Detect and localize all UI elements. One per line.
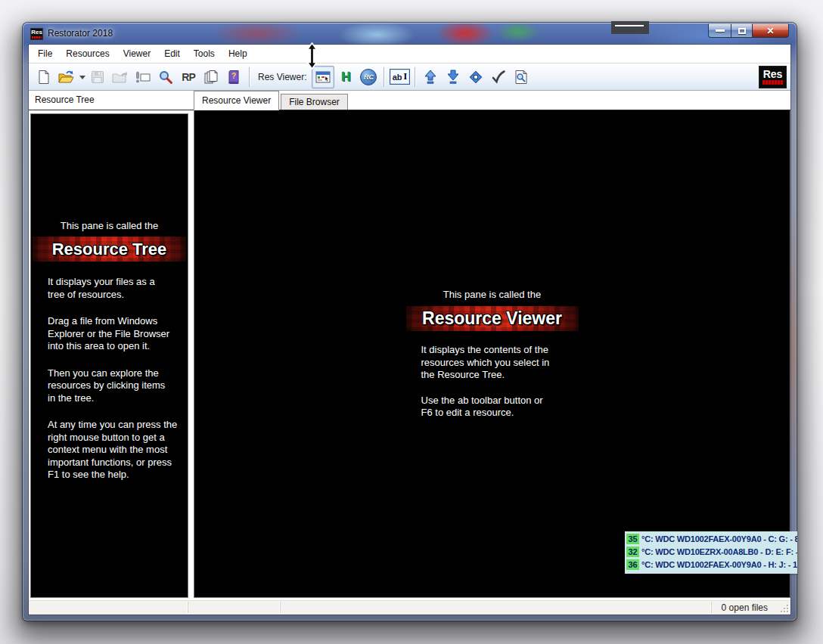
resource-tree-pane-wrap: This pane is called the Resource Tree It… bbox=[29, 110, 188, 599]
drive-temp-label: °C: WDC WD1002FAEX-00Y9A0 - C: G: - 8 bbox=[641, 534, 797, 543]
assign-icon bbox=[135, 70, 151, 85]
view-file-button[interactable] bbox=[510, 66, 533, 88]
temp-row: 32 °C: WDC WD10EZRX-00A8LB0 - D: E: F: - bbox=[625, 545, 797, 558]
restorator-logo: Res bbox=[759, 66, 787, 88]
previous-resource-button[interactable] bbox=[419, 66, 442, 88]
duplicate-button[interactable] bbox=[200, 66, 222, 88]
temp-value-badge: 35 bbox=[626, 534, 639, 544]
resource-viewer-pane-wrap: This pane is called the Resource Viewer … bbox=[194, 110, 790, 599]
minimize-line-icon bbox=[615, 25, 644, 26]
save-icon bbox=[90, 70, 105, 85]
extract-folder-icon bbox=[112, 70, 129, 85]
edit-resource-button[interactable]: abI bbox=[388, 66, 411, 88]
app-icon-red-bar bbox=[32, 36, 42, 39]
close-icon: ✕ bbox=[766, 26, 774, 36]
menu-edit[interactable]: Edit bbox=[157, 46, 187, 61]
close-button[interactable]: ✕ bbox=[753, 23, 789, 38]
svg-text:?: ? bbox=[231, 72, 236, 80]
logo-red-bar bbox=[762, 80, 783, 85]
client-area: File Resources Viewer Edit Tools Help bbox=[29, 45, 790, 615]
viewer-paragraph-1: It displays the contents of the resource… bbox=[421, 344, 579, 382]
tree-paragraph-1: It displays your files as a tree of reso… bbox=[48, 276, 182, 301]
content-area: This pane is called the Resource Tree It… bbox=[29, 110, 790, 599]
next-resource-button[interactable] bbox=[442, 66, 464, 88]
tree-intro-text: This pane is called the bbox=[31, 220, 188, 231]
rc-viewer-icon: RC bbox=[360, 69, 377, 85]
resource-viewer-banner: Resource Viewer bbox=[406, 306, 579, 331]
diamond-icon bbox=[468, 70, 483, 85]
resource-patcher-button[interactable]: RP bbox=[177, 66, 200, 88]
tab-resource-viewer[interactable]: Resource Viewer bbox=[194, 91, 279, 110]
file-preview-icon bbox=[514, 70, 529, 85]
help-book-icon: ? bbox=[226, 70, 241, 85]
drive-temp-label: °C: WDC WD10EZRX-00A8LB0 - D: E: F: - bbox=[641, 547, 797, 556]
status-separator bbox=[280, 602, 281, 613]
assign-button[interactable] bbox=[132, 66, 154, 88]
tree-paragraph-4: At any time you can press the right mous… bbox=[48, 419, 182, 481]
apply-button[interactable] bbox=[487, 66, 510, 88]
toolbar-separator bbox=[249, 67, 250, 87]
open-dropdown-caret[interactable] bbox=[78, 66, 86, 88]
new-file-button[interactable] bbox=[33, 66, 55, 88]
navigate-button[interactable] bbox=[464, 66, 487, 88]
status-separator bbox=[711, 602, 712, 613]
pages-icon bbox=[203, 70, 219, 85]
app-icon-text: Res bbox=[31, 29, 42, 36]
status-bar: 0 open files bbox=[29, 599, 790, 615]
drive-temp-label: °C: WDC WD1002FAEX-00Y9A0 - H: J: - 1 bbox=[641, 560, 797, 569]
save-button[interactable] bbox=[86, 66, 109, 88]
resize-grip[interactable] bbox=[779, 603, 789, 613]
hex-viewer-icon: H bbox=[341, 70, 350, 85]
background-window-fragment bbox=[611, 21, 649, 34]
temp-row: 35 °C: WDC WD1002FAEX-00Y9A0 - C: G: - 8 bbox=[625, 532, 797, 545]
resource-tree-banner: Resource Tree bbox=[33, 237, 186, 262]
title-bar[interactable]: Res Restorator 2018 ✕ bbox=[23, 23, 797, 45]
menu-bar: File Resources Viewer Edit Tools Help bbox=[29, 45, 790, 63]
menu-help[interactable]: Help bbox=[222, 46, 254, 61]
resource-tree-pane[interactable]: This pane is called the Resource Tree It… bbox=[30, 113, 188, 598]
viewer-paragraph-2: Use the ab toolbar button or F6 to edit … bbox=[421, 395, 579, 420]
temp-value-badge: 36 bbox=[626, 559, 639, 570]
pane-header-row: Resource Tree Resource Viewer File Brows… bbox=[29, 91, 790, 110]
resource-tree-header: Resource Tree bbox=[29, 91, 188, 110]
rc-viewer-button[interactable]: RC bbox=[357, 66, 380, 88]
magnifier-icon bbox=[158, 70, 173, 85]
menu-resources[interactable]: Resources bbox=[59, 46, 116, 61]
checkmark-icon bbox=[491, 70, 506, 85]
temp-row: 36 °C: WDC WD1002FAEX-00Y9A0 - H: J: - 1 bbox=[625, 558, 797, 571]
menu-file[interactable]: File bbox=[31, 46, 59, 61]
toolbar-separator bbox=[384, 67, 384, 87]
open-file-button[interactable] bbox=[55, 66, 78, 88]
tab-file-browser[interactable]: File Browser bbox=[281, 94, 348, 110]
logo-text: Res bbox=[763, 70, 783, 79]
menu-viewer[interactable]: Viewer bbox=[116, 46, 157, 61]
caption-buttons: ✕ bbox=[708, 23, 789, 38]
menu-tools[interactable]: Tools bbox=[187, 46, 222, 61]
maximize-icon bbox=[738, 28, 746, 34]
pane-splitter[interactable] bbox=[188, 110, 194, 599]
hex-viewer-button[interactable]: H bbox=[334, 66, 357, 88]
dialog-viewer-icon bbox=[315, 70, 331, 85]
help-button[interactable]: ? bbox=[222, 66, 245, 88]
toolbar-separator bbox=[415, 67, 415, 87]
minimize-button[interactable] bbox=[708, 23, 731, 38]
tree-paragraph-3: Then you can explore the resources by cl… bbox=[48, 367, 182, 405]
rp-icon: RP bbox=[182, 71, 194, 83]
maximize-button[interactable] bbox=[731, 23, 753, 38]
down-arrow-icon bbox=[446, 70, 461, 85]
status-separator bbox=[188, 602, 188, 613]
extract-button[interactable] bbox=[109, 66, 132, 88]
temp-value-badge: 32 bbox=[626, 546, 639, 557]
up-arrow-icon bbox=[423, 70, 438, 85]
tree-paragraph-2: Drag a file from Windows Explorer or the… bbox=[48, 315, 182, 353]
viewer-tabs: Resource Viewer File Browser bbox=[194, 91, 349, 110]
open-folder-icon bbox=[58, 70, 75, 85]
window-title: Restorator 2018 bbox=[48, 28, 113, 39]
resource-viewer-pane[interactable]: This pane is called the Resource Viewer … bbox=[194, 110, 790, 598]
dialog-viewer-button[interactable] bbox=[312, 66, 334, 88]
res-viewer-label: Res Viewer: bbox=[258, 72, 306, 82]
minimize-icon bbox=[716, 29, 725, 32]
open-files-count: 0 open files bbox=[722, 602, 768, 613]
app-icon: Res bbox=[30, 28, 43, 40]
find-button[interactable] bbox=[154, 66, 177, 88]
